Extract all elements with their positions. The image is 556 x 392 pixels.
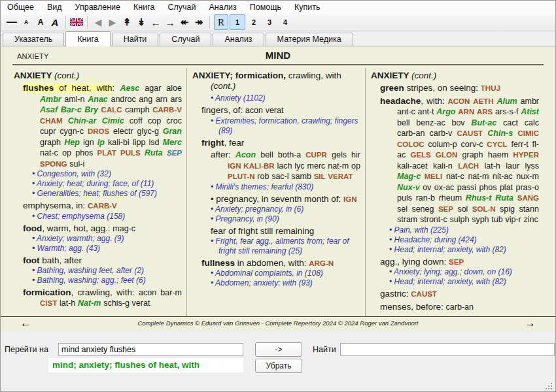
remedy[interactable]: PLUT-N: [228, 172, 255, 180]
remedy[interactable]: CARB-V: [152, 106, 182, 114]
remedy[interactable]: seneg: [411, 204, 434, 214]
remedy[interactable]: rob: [257, 172, 269, 181]
remedy[interactable]: gels: [332, 150, 347, 159]
bookmark-1-button[interactable]: 1: [230, 14, 245, 30]
remedy[interactable]: Chin-ar: [68, 116, 97, 125]
remedy[interactable]: stram: [397, 215, 417, 224]
remedy[interactable]: hir: [351, 150, 360, 159]
menu-buy[interactable]: Купить: [288, 1, 327, 14]
remedy[interactable]: PLAT: [97, 149, 116, 157]
remedy[interactable]: passi: [457, 183, 476, 192]
remedy[interactable]: Nat-m: [78, 299, 101, 308]
remedy[interactable]: laur: [506, 161, 519, 171]
cross-reference[interactable]: • Chest; emphysema (158): [14, 212, 182, 221]
bookmark-3-button[interactable]: 3: [262, 15, 277, 29]
remedy[interactable]: nat-m: [328, 161, 349, 171]
remedy[interactable]: spig: [500, 204, 515, 214]
remedy[interactable]: Anac: [88, 95, 108, 104]
remedy[interactable]: PULS: [120, 149, 141, 157]
rubric[interactable]: emphysema, in: CARB-V: [14, 201, 182, 212]
last-page-icon[interactable]: ↠: [192, 15, 205, 29]
remedy[interactable]: Merc: [163, 138, 182, 147]
remedy[interactable]: CHAM: [40, 117, 63, 125]
remedy[interactable]: SEP: [167, 149, 182, 157]
remedy[interactable]: verat: [132, 299, 150, 308]
remedy[interactable]: Acon: [235, 150, 256, 159]
remedy[interactable]: op: [62, 148, 71, 157]
remedy[interactable]: Bry: [84, 105, 98, 114]
remedy[interactable]: ARG-N: [309, 259, 334, 267]
cross-reference[interactable]: • Anxiety; pregnancy, in (6): [192, 204, 360, 214]
first-page-icon[interactable]: ↞: [178, 15, 191, 29]
remedy[interactable]: nit-ac: [493, 172, 513, 181]
remedy[interactable]: DROS: [88, 127, 109, 135]
remedy[interactable]: Rhus-t: [466, 193, 492, 203]
remedy[interactable]: COLOC: [397, 140, 425, 148]
remedy[interactable]: SIL: [314, 172, 326, 180]
remedy[interactable]: sulph: [449, 215, 469, 224]
language-flag-uk-icon[interactable]: [70, 15, 83, 29]
remedy[interactable]: Cimic: [102, 116, 124, 125]
remedy[interactable]: ant-t: [418, 107, 434, 116]
rubric[interactable]: headache, with: ACON AETH Alum ambr ant-…: [371, 96, 539, 225]
remedy[interactable]: Ip: [97, 138, 105, 147]
remedy[interactable]: CAUST: [411, 290, 437, 298]
rubric[interactable]: green stripes, on seeing: THUJ: [371, 83, 539, 94]
remedy[interactable]: vip-r: [505, 215, 521, 224]
rubric[interactable]: flushes of heat, with: Aesc agar aloe Am…: [14, 83, 182, 169]
remedy[interactable]: Argo: [436, 107, 455, 116]
rubric[interactable]: formication, crawling, with: acon bar-m …: [14, 287, 182, 309]
cross-reference[interactable]: • Abdomen; anxiety; with (93): [192, 278, 360, 288]
remedy[interactable]: MELI: [425, 172, 442, 180]
remedy[interactable]: kali-acet: [397, 161, 428, 171]
remedy[interactable]: haem: [488, 150, 508, 159]
remedy[interactable]: cop: [148, 116, 161, 125]
remedy[interactable]: bov: [451, 118, 464, 127]
cross-reference[interactable]: • Anxiety; warmth; agg. (9): [14, 234, 182, 244]
font-size-large-button[interactable]: A: [48, 15, 61, 29]
remedy[interactable]: stann: [519, 204, 539, 214]
cross-reference[interactable]: • Anxiety; heat; during; face, of (11): [14, 179, 182, 189]
remedy[interactable]: But-ac: [471, 118, 496, 127]
remedy[interactable]: ran-b: [416, 193, 435, 203]
remedy[interactable]: carb-v: [430, 129, 453, 138]
remedy[interactable]: phos: [75, 148, 93, 157]
menu-manage[interactable]: Управление: [69, 1, 128, 14]
menu-analysis[interactable]: Анализ: [203, 1, 243, 14]
remedy[interactable]: Ruta: [145, 148, 163, 157]
remedy[interactable]: VERAT: [328, 172, 353, 180]
rubric[interactable]: after: Acon bell both-a CUPR gels hir IG…: [192, 150, 360, 182]
remedy[interactable]: graph: [40, 138, 61, 147]
remedy[interactable]: corv-c: [461, 140, 483, 149]
rubric[interactable]: fullness in abdomen, with: ARG-N: [192, 258, 360, 269]
remedy[interactable]: schis-g: [103, 299, 130, 308]
remedy[interactable]: both-a: [278, 150, 301, 159]
remedy[interactable]: kali-n: [433, 161, 453, 171]
remedy[interactable]: plat: [500, 183, 513, 192]
remedy[interactable]: lipp: [133, 138, 145, 147]
remedy[interactable]: verat: [266, 106, 284, 115]
remedy[interactable]: CIST: [40, 299, 57, 307]
remedy[interactable]: Hep: [64, 138, 80, 147]
remedy[interactable]: merc: [307, 161, 326, 171]
rubric[interactable]: fingers, of: acon verat: [192, 105, 360, 116]
remedy[interactable]: ars-s-f: [495, 107, 518, 116]
bookmark-4-button[interactable]: 4: [278, 15, 292, 29]
tab-case[interactable]: Случай: [160, 33, 211, 46]
remedy[interactable]: lsd: [149, 138, 160, 147]
remedy[interactable]: SPONG: [40, 160, 67, 168]
rubric[interactable]: menses, before: carb-an: [371, 302, 539, 313]
cross-reference[interactable]: • Headache; during (424): [371, 235, 539, 245]
remedy[interactable]: lach: [277, 161, 292, 171]
remedy[interactable]: ambr: [521, 97, 539, 106]
remedy[interactable]: SOL-N: [472, 205, 496, 213]
remedy[interactable]: nat-c: [446, 172, 464, 181]
remedy[interactable]: SEP: [438, 205, 453, 213]
tab-book[interactable]: Книга: [65, 31, 110, 46]
remedy[interactable]: IGN: [228, 162, 241, 170]
font-decrease-button[interactable]: —: [5, 15, 18, 29]
remedy[interactable]: phos: [479, 183, 496, 192]
remedy[interactable]: Mag-c: [397, 172, 421, 181]
remedy[interactable]: Ruta: [495, 193, 513, 203]
remedy[interactable]: ox-ac: [434, 183, 455, 192]
